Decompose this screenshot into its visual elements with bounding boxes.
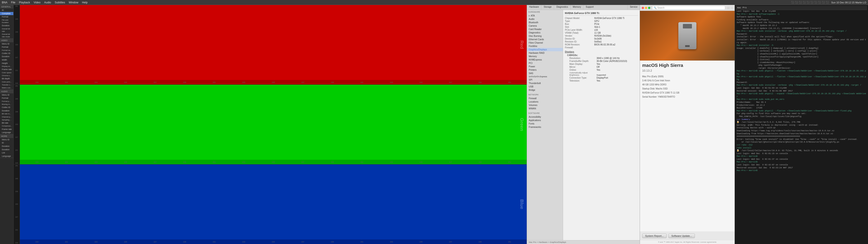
menu-video[interactable]: Video xyxy=(34,1,40,4)
finder-item-graphics[interactable]: Graphics/Displays xyxy=(527,48,563,51)
sidebar-item-audio-menu-id[interactable]: Menu ID xyxy=(0,93,13,97)
finder-item-bridge[interactable]: Bridge xyxy=(527,88,563,92)
terminal-line: Downloading https://www.tug.org/videos/t… xyxy=(736,129,867,132)
grid-view-icon[interactable]: ⊞ xyxy=(727,6,730,10)
search-box[interactable]: 🔍 Search xyxy=(652,6,725,10)
sidebar-item-more-id[interactable]: ID xyxy=(0,141,13,145)
sidebar-item-video-duration[interactable]: Duration xyxy=(0,55,13,58)
finder-item-card-reader[interactable]: Card Reader xyxy=(527,28,563,31)
sidebar-item-more-menu-id[interactable]: Menu ID xyxy=(0,138,13,142)
sidebar-item-id[interactable]: ID xyxy=(0,8,13,12)
terminal-line: -target <DirectoryOrDevice> xyxy=(736,67,867,70)
close-button[interactable] xyxy=(642,7,644,9)
finder-item-ethernet[interactable]: Ethernet Cards xyxy=(527,38,563,41)
sidebar-item-compression[interactable]: Compressi... xyxy=(0,124,13,127)
finder-item-fonts[interactable]: Fonts xyxy=(527,122,563,125)
clock: Sun 10 Dec 08:12:15 Martin LO xyxy=(831,1,866,4)
sidebar-item-language[interactable]: Language xyxy=(0,131,13,134)
sidebar-item-display-ar[interactable]: Display ar... xyxy=(0,65,13,68)
finder-item-printers[interactable]: Printers xyxy=(527,68,563,72)
tab-support[interactable]: Support xyxy=(583,5,596,10)
finder-item-bluetooth[interactable]: Bluetooth xyxy=(527,21,563,24)
finder-item-pci[interactable]: PCI xyxy=(527,61,563,65)
menu-audio[interactable]: Audio xyxy=(44,1,51,4)
sidebar-item-chroma[interactable]: Chroma s... xyxy=(0,74,13,77)
finder-item-camera[interactable]: Camera xyxy=(527,24,563,28)
sidebar-item-file-duration[interactable]: File and Duration xyxy=(0,19,13,24)
sidebar-item-height[interactable]: Height xyxy=(0,62,13,65)
sidebar-item-duration[interactable]: Duration xyxy=(0,24,13,27)
finder-item-nvme[interactable]: NVMExpress xyxy=(527,58,563,61)
finder-item-sas[interactable]: SAS xyxy=(527,72,563,75)
finder-item-memory[interactable]: Memory xyxy=(527,55,563,58)
tab-storage[interactable]: Storage xyxy=(541,5,554,10)
finder-item-applications[interactable]: Applications xyxy=(527,119,563,122)
sidebar-item-video-format[interactable]: Format xyxy=(0,45,13,49)
tab-diagnostics[interactable]: Diagnostics xyxy=(554,5,570,10)
tab-hardware[interactable]: Hardware xyxy=(527,5,541,10)
finder-item-power[interactable]: Power xyxy=(527,65,563,68)
menu-bna[interactable]: BNA xyxy=(2,1,7,4)
sidebar-item-frame-rate[interactable]: Frame rate xyxy=(0,68,13,71)
finder-item-firewire[interactable]: FireWire xyxy=(527,44,563,48)
finder-item-diagnostics[interactable]: Diagnostics xyxy=(527,31,563,34)
menu-file[interactable]: File xyxy=(11,1,16,4)
sidebar-item-matrix[interactable]: Matrix cod... xyxy=(0,86,13,89)
sidebar-item-transfer[interactable]: Transfer c... xyxy=(0,83,13,86)
sidebar-item-color-space[interactable]: Color space xyxy=(0,71,13,74)
finder-item-disc-burning[interactable]: Disc Burning xyxy=(527,34,563,38)
finder-item-hardware-raid[interactable]: Hardware RAID xyxy=(527,51,563,55)
finder-item-volumes[interactable]: Volumes xyxy=(527,103,563,107)
software-update-button[interactable]: Software Update... xyxy=(669,234,695,238)
tab-service[interactable]: Service xyxy=(627,5,640,10)
sidebar-item-menu-id[interactable]: Menu ID xyxy=(0,42,13,45)
finder-item-wwan[interactable]: WWAN xyxy=(527,107,563,110)
menu-subtitles[interactable]: Subtitles xyxy=(55,1,65,4)
sidebar-item-audio-duration[interactable]: Duration xyxy=(0,109,13,113)
maximize-button[interactable] xyxy=(648,7,650,9)
sidebar-item-muxing[interactable]: Muxing m... xyxy=(0,103,13,106)
sidebar-item-format[interactable]: Format xyxy=(0,15,13,19)
finder-item-thunderbolt[interactable]: Thunderbolt xyxy=(527,82,563,85)
sidebar-item-sampling[interactable]: Sampling ... xyxy=(0,118,13,121)
sidebar-item-more-duration1[interactable]: Duration xyxy=(0,145,13,148)
sidebar-item-bit-depth[interactable]: Bit depth xyxy=(0,77,13,81)
sidebar-item-overall-bitrate[interactable]: Overall bit rate xyxy=(0,27,13,33)
sidebar-item-audio-format[interactable]: Format xyxy=(0,96,13,100)
finder-item-frameworks[interactable]: Frameworks xyxy=(527,125,563,129)
sidebar-item-more-language[interactable]: Language xyxy=(0,155,13,158)
sidebar-item-color-prim[interactable]: Color prim... xyxy=(0,81,13,83)
sidebar-item-bit-rate[interactable]: Bit rate xyxy=(0,121,13,125)
list-view-icon[interactable]: ≡ xyxy=(731,6,733,10)
menu-playback[interactable]: Playback xyxy=(19,1,30,4)
sidebar-item-codec-id[interactable]: Codec ID xyxy=(0,52,13,55)
finder-item-accessibility[interactable]: Accessibility xyxy=(527,115,563,119)
sidebar-item-format-na[interactable]: Format na... xyxy=(0,49,13,52)
sidebar-item-channel-p[interactable]: Channel p... xyxy=(0,116,13,118)
sidebar-item-overall-bitrate-mode[interactable]: Overall bit rate mode xyxy=(0,33,13,38)
finder-item-spi[interactable]: SPI xyxy=(527,78,563,82)
finder-item-ata[interactable]: ▶ATA xyxy=(527,14,563,18)
sidebar-item-audio-frame-rate[interactable]: Frame rate xyxy=(0,128,13,131)
sidebar-item-audio-codec-id[interactable]: Codec ID xyxy=(0,106,13,109)
finder-item-fibre[interactable]: Fibre Channel xyxy=(527,41,563,44)
finder-item-locations[interactable]: Locations xyxy=(527,100,563,103)
sidebar-item-more-duration2[interactable]: Duration xyxy=(0,148,13,151)
menu-help[interactable]: Help xyxy=(82,1,88,4)
gpu-row-main-display: Main Display:Yes xyxy=(569,63,638,65)
tab-memory[interactable]: Memory xyxy=(570,5,583,10)
finder-item-firewall[interactable]: Firewall xyxy=(527,97,563,100)
finder-item-sata[interactable]: SATA/SATA Express xyxy=(527,75,563,78)
terminal-line: Restored session: Sat Dec 9 02:33:24 NNT… xyxy=(736,166,867,170)
sidebar-item-format-p[interactable]: Format p... xyxy=(0,100,13,103)
system-report-button[interactable]: System Report... xyxy=(642,234,666,238)
finder-item-usb[interactable]: USB xyxy=(527,85,563,88)
menu-window[interactable]: Window xyxy=(69,1,79,4)
finder-item-audio[interactable]: Audio xyxy=(527,18,563,21)
sidebar-item-complete[interactable]: Complete xyxy=(0,12,13,16)
terminal-line: Last login: Wed Dec 6 02:01:15 on consol… xyxy=(736,152,867,155)
minimize-button[interactable] xyxy=(645,7,647,9)
sidebar-item-bitrate-mode[interactable]: Bit rate m... xyxy=(0,112,13,115)
sidebar-item-width[interactable]: Width xyxy=(0,58,13,62)
sidebar-item-list[interactable]: List xyxy=(0,151,13,155)
